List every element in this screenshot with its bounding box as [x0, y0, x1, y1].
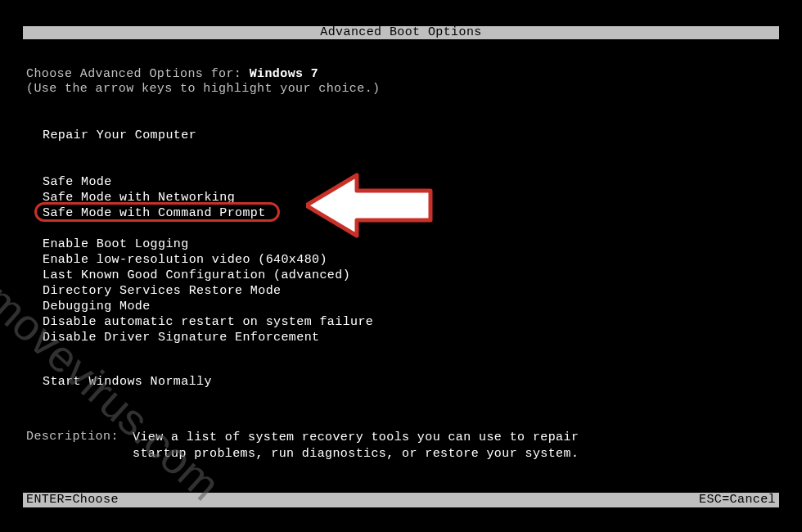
footer-bar: ENTER=Choose ESC=Cancel	[23, 493, 779, 507]
choose-advanced-line: Choose Advanced Options for: Windows 7	[26, 67, 318, 81]
svg-marker-0	[306, 175, 430, 236]
option-start-windows-normally[interactable]: Start Windows Normally	[43, 375, 212, 389]
arrow-key-hint: (Use the arrow keys to highlight your ch…	[26, 82, 380, 96]
option-safe-mode-command-prompt[interactable]: Safe Mode with Command Prompt	[43, 206, 266, 220]
option-repair-your-computer[interactable]: Repair Your Computer	[43, 128, 196, 142]
description-label: Description:	[26, 430, 119, 444]
option-directory-services-restore[interactable]: Directory Services Restore Mode	[43, 284, 281, 298]
os-name: Windows 7	[250, 67, 319, 81]
option-safe-mode[interactable]: Safe Mode	[43, 175, 112, 189]
arrow-left-icon	[306, 169, 433, 241]
footer-esc-cancel: ESC=Cancel	[699, 493, 776, 507]
option-low-resolution-video[interactable]: Enable low-resolution video (640x480)	[43, 253, 327, 267]
title-bar: Advanced Boot Options	[23, 26, 779, 39]
option-debugging-mode[interactable]: Debugging Mode	[43, 300, 151, 313]
option-last-known-good-configuration[interactable]: Last Known Good Configuration (advanced)	[43, 268, 350, 282]
footer-enter-choose: ENTER=Choose	[26, 493, 119, 507]
option-disable-auto-restart[interactable]: Disable automatic restart on system fail…	[43, 315, 373, 329]
option-safe-mode-networking[interactable]: Safe Mode with Networking	[43, 191, 235, 205]
option-enable-boot-logging[interactable]: Enable Boot Logging	[43, 237, 189, 251]
choose-advanced-prefix: Choose Advanced Options for:	[26, 67, 250, 81]
option-disable-driver-sig-enforcement[interactable]: Disable Driver Signature Enforcement	[43, 331, 319, 345]
description-text: View a list of system recovery tools you…	[133, 430, 607, 462]
